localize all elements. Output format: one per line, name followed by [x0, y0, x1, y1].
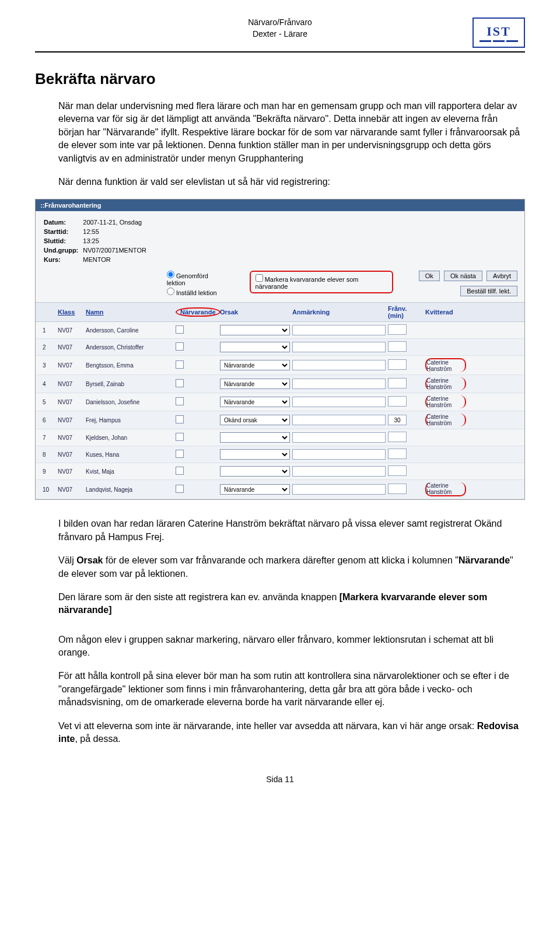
reason-select[interactable] — [220, 466, 290, 477]
ok-button[interactable]: Ok — [419, 271, 440, 281]
present-checkbox[interactable] — [176, 450, 184, 458]
row-klass: NV07 — [58, 468, 83, 475]
present-checkbox[interactable] — [176, 379, 184, 387]
row-index: 9 — [43, 468, 55, 475]
row-index: 8 — [43, 451, 55, 458]
row-namn: Kjeldsen, Johan — [86, 435, 173, 441]
row-klass: NV07 — [58, 451, 83, 458]
present-checkbox[interactable] — [176, 325, 184, 334]
row-namn: Bengtsson, Emma — [86, 362, 173, 369]
reason-select[interactable] — [220, 325, 290, 335]
table-row: 3NV07Bengtsson, EmmaNärvarandeCaterine H… — [36, 356, 524, 375]
row-namn: Andersson, Christoffer — [86, 344, 173, 351]
meta-end-label: Sluttid: — [44, 237, 82, 245]
page-title: Bekräfta närvaro — [35, 70, 525, 88]
minutes-value — [388, 359, 407, 370]
row-namn: Andersson, Caroline — [86, 327, 173, 334]
reason-select[interactable]: Närvarande — [220, 379, 290, 389]
row-namn: Byrsell, Zainab — [86, 381, 173, 387]
cancel-button[interactable]: Avbryt — [487, 271, 517, 281]
table-row: 6NV07Frej, HampusOkänd orsak30Caterine H… — [36, 411, 524, 429]
row-index: 3 — [43, 362, 55, 369]
note-input[interactable] — [292, 432, 386, 443]
reason-select[interactable]: Närvarande — [220, 484, 290, 495]
para-after-image-2: Välj Orsak för de elever som var frånvar… — [58, 554, 525, 580]
order-temp-lesson-button[interactable]: Beställ tillf. lekt. — [460, 286, 517, 296]
intro-para-1: När man delar undervisning med flera lär… — [58, 100, 525, 165]
minutes-value — [388, 432, 407, 442]
present-checkbox[interactable] — [176, 342, 184, 351]
app-meta: Datum:2007-11-21, Onsdag Starttid:12:55 … — [36, 211, 524, 271]
meta-course-value: MENTOR — [83, 255, 150, 264]
check-mark-remaining[interactable]: Markera kvarvarande elever som närvarand… — [256, 276, 359, 290]
note-input[interactable] — [292, 360, 386, 370]
present-checkbox[interactable] — [176, 397, 184, 405]
note-input[interactable] — [292, 379, 386, 389]
present-checkbox[interactable] — [176, 467, 184, 475]
note-input[interactable] — [292, 397, 386, 407]
confirmed-by: Caterine Hanström — [425, 482, 466, 496]
row-klass: NV07 — [58, 399, 83, 405]
meta-start-value: 12:55 — [83, 227, 150, 236]
reason-select[interactable]: Närvarande — [220, 397, 290, 407]
reason-select[interactable]: Okänd orsak — [220, 415, 290, 425]
row-klass: NV07 — [58, 486, 83, 493]
minutes-value — [388, 484, 407, 494]
present-checkbox[interactable] — [176, 360, 184, 369]
reason-select[interactable] — [220, 342, 290, 352]
minutes-value — [388, 378, 407, 388]
radio-cancelled-lesson[interactable]: Inställd lektion — [167, 288, 226, 296]
meta-start-label: Starttid: — [44, 227, 82, 236]
row-index: 4 — [43, 381, 55, 387]
radio-cancelled-label: Inställd lektion — [176, 289, 217, 296]
table-header-row: Klass Namn Närvarande Orsak Anmärkning F… — [36, 302, 524, 322]
reason-select[interactable] — [220, 432, 290, 443]
table-row: 8NV07Kuses, Hana — [36, 446, 524, 463]
row-index: 10 — [43, 486, 55, 493]
app-screenshot: ::Frånvarohantering Datum:2007-11-21, On… — [35, 199, 525, 500]
confirmed-by: Caterine Hanström — [425, 395, 466, 408]
present-checkbox[interactable] — [176, 433, 184, 441]
col-anmarkning: Anmärkning — [292, 309, 386, 316]
meta-course-label: Kurs: — [44, 255, 82, 264]
row-index: 5 — [43, 399, 55, 405]
row-namn: Danielsson, Josefine — [86, 399, 173, 405]
minutes-value — [388, 465, 407, 476]
row-klass: NV07 — [58, 417, 83, 423]
meta-end-value: 13:25 — [83, 237, 150, 245]
row-index: 1 — [43, 327, 55, 334]
note-input[interactable] — [292, 466, 386, 477]
present-checkbox[interactable] — [176, 485, 184, 493]
row-klass: NV07 — [58, 362, 83, 369]
header-line1: Närvaro/Frånvaro — [88, 17, 473, 27]
radio-completed-lesson[interactable]: Genomförd lektion — [167, 271, 226, 286]
note-input[interactable] — [292, 415, 386, 425]
note-input[interactable] — [292, 484, 386, 495]
meta-group-value: NV07/20071MENTOR — [83, 246, 150, 254]
note-input[interactable] — [292, 342, 386, 352]
row-klass: NV07 — [58, 344, 83, 351]
present-checkbox[interactable] — [176, 415, 184, 423]
note-input[interactable] — [292, 449, 386, 460]
app-titlebar: ::Frånvarohantering — [36, 199, 524, 211]
row-index: 6 — [43, 417, 55, 423]
col-namn[interactable]: Namn — [86, 309, 173, 316]
note-input[interactable] — [292, 325, 386, 335]
reason-select[interactable]: Närvarande — [220, 360, 290, 370]
row-klass: NV07 — [58, 435, 83, 441]
table-row: 2NV07Andersson, Christoffer — [36, 339, 524, 356]
header-line2: Dexter - Lärare — [88, 29, 473, 38]
page-footer: Sida 11 — [35, 775, 525, 784]
row-namn: Landqvist, Nageja — [86, 486, 173, 493]
reason-select[interactable] — [220, 449, 290, 460]
table-row: 7NV07Kjeldsen, Johan — [36, 429, 524, 446]
minutes-value — [388, 324, 407, 335]
minutes-value — [388, 341, 407, 352]
table-row: 5NV07Danielsson, JosefineNärvarandeCater… — [36, 393, 524, 411]
col-klass[interactable]: Klass — [58, 309, 83, 316]
para-after-image-4: Om någon elev i gruppen saknar markering… — [58, 633, 525, 660]
confirmed-by: Caterine Hanström — [425, 358, 466, 372]
table-row: 4NV07Byrsell, ZainabNärvarandeCaterine H… — [36, 375, 524, 393]
ok-next-button[interactable]: Ok nästa — [444, 271, 482, 281]
col-narvarande[interactable]: Närvarande — [176, 307, 220, 317]
